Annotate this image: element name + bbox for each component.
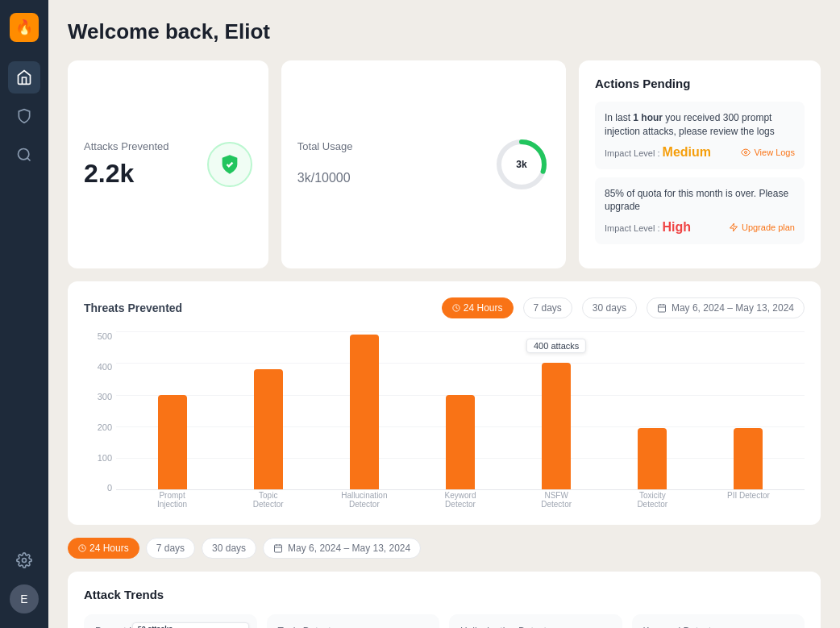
total-usage-info: Total Usage 3k/10000 [297, 140, 353, 189]
bar-prompt-injection [124, 331, 220, 489]
bar-toxicity-detector [605, 331, 701, 489]
bar-pii-detector-rect [734, 428, 763, 489]
settings-nav-icon [16, 552, 32, 568]
svg-rect-13 [275, 545, 282, 552]
action-footer-2: Impact Level : High Upgrade plan [605, 220, 795, 235]
trends-date-range-text: May 6, 2024 – May 13, 2024 [288, 543, 410, 554]
bolt-icon [729, 223, 738, 232]
upgrade-plan-link[interactable]: Upgrade plan [729, 223, 795, 232]
svg-marker-6 [730, 223, 737, 231]
bar-pii-detector [701, 331, 796, 489]
calendar-icon-trends [273, 543, 283, 553]
trends-title: Attack Trends [84, 588, 805, 601]
chart-title: Threats Prevented [84, 302, 182, 314]
sidebar: 🔥 E [0, 0, 48, 628]
bar-hallucination-detector-rect [350, 335, 379, 489]
action-item-1: In last 1 hour you received 300 prompt i… [595, 102, 805, 169]
trends-time-30d[interactable]: 30 days [202, 538, 256, 559]
attacks-prevented-info: Attacks Prevented 2.2k [84, 140, 169, 189]
view-logs-link[interactable]: View Logs [741, 148, 795, 157]
impact-medium: Impact Level : Medium [605, 145, 711, 160]
bar-prompt-injection-rect [158, 395, 187, 490]
page-title: Welcome back, Eliot [68, 19, 821, 44]
chart-time-24h[interactable]: 24 Hours [442, 297, 514, 318]
x-label-prompt: PromptInjection [124, 491, 220, 509]
sidebar-item-settings[interactable] [8, 544, 40, 576]
svg-point-5 [745, 151, 747, 153]
bar-hallucination-detector [316, 331, 412, 489]
sidebar-bottom: E [8, 544, 40, 615]
app-logo: 🔥 [10, 13, 39, 42]
y-axis: 500 400 300 200 100 0 [84, 331, 112, 493]
attacks-prevented-value: 2.2k [84, 159, 169, 189]
bar-topic-detector-rect [254, 369, 283, 489]
trends-grid: 50 attacks May 11, 11:00am - May 12, 12:… [84, 614, 805, 628]
svg-point-2 [23, 559, 27, 563]
chart-date-range-text: May 6, 2024 – May 13, 2024 [672, 302, 794, 314]
top-stats-row: Attacks Prevented 2.2k Total Usage 3k/10… [68, 60, 821, 268]
usage-gauge: 3k [493, 136, 550, 193]
calendar-icon [657, 303, 667, 313]
total-usage-value: 3k/10000 [297, 159, 353, 189]
action-footer-1: Impact Level : Medium View Logs [605, 145, 795, 160]
eye-icon [741, 148, 751, 157]
threats-chart-card: Threats Prevented 24 Hours 7 days 30 day… [68, 281, 821, 525]
action-item-2: 85% of quota for this month is over. Ple… [595, 177, 805, 245]
trends-time-24h[interactable]: 24 Hours [68, 538, 139, 559]
bar-toxicity-detector-rect [638, 428, 667, 489]
x-label-toxicity: ToxicityDetector [605, 491, 701, 509]
trend-hallucination-detector: Hallucination Detector 500 [449, 614, 622, 628]
chart-date-range[interactable]: May 6, 2024 – May 13, 2024 [647, 297, 805, 318]
sidebar-item-shield[interactable] [8, 100, 40, 132]
shield-badge [207, 142, 252, 187]
bars-area: 400 attacks [116, 331, 805, 489]
total-usage-label: Total Usage [297, 140, 353, 152]
bar-topic-detector [220, 331, 316, 489]
grid-line-0 [116, 489, 805, 490]
x-label-topic: TopicDetector [220, 491, 316, 509]
prompt-tooltip-box: 50 attacks May 11, 11:00am - May 12, 12:… [132, 622, 249, 628]
shield-check-icon [218, 153, 241, 176]
action-text-1: In last 1 hour you received 300 prompt i… [605, 111, 795, 139]
trend-keyword-detector: Keyword Detector 310 [632, 614, 805, 628]
chart-time-30d[interactable]: 30 days [582, 297, 637, 318]
gauge-label: 3k [516, 159, 526, 170]
x-label-nsfw: NSFWDetector [509, 491, 605, 509]
action-text-2: 85% of quota for this month is over. Ple… [605, 187, 795, 214]
attacks-prevented-label: Attacks Prevented [84, 140, 169, 152]
x-label-pii: PII Detector [701, 491, 796, 509]
bar-chart-area: 500 400 300 200 100 0 [84, 331, 805, 509]
trends-time-7d[interactable]: 7 days [146, 538, 195, 559]
bar-keyword-detector-rect [446, 395, 475, 490]
trend-prompt-injection: 50 attacks May 11, 11:00am - May 12, 12:… [84, 614, 257, 628]
actions-pending-title: Actions Pending [595, 77, 805, 90]
user-avatar: E [10, 584, 39, 613]
clock-icon-chart [452, 304, 460, 312]
home-icon [16, 69, 32, 85]
sidebar-item-user[interactable]: E [8, 583, 40, 615]
sidebar-item-search[interactable] [8, 139, 40, 171]
chart-header: Threats Prevented 24 Hours 7 days 30 day… [84, 297, 805, 318]
nsfw-tooltip: 400 attacks [526, 339, 586, 353]
attack-trends-card: Attack Trends 50 attacks May 11, 11:00am… [68, 572, 821, 628]
x-label-keyword: KeywordDetector [412, 491, 508, 509]
x-axis-labels: PromptInjection TopicDetector Hallucinat… [116, 491, 805, 509]
impact-high: Impact Level : High [605, 220, 691, 235]
bar-nsfw-detector: 400 attacks [509, 331, 605, 489]
sidebar-item-home[interactable] [8, 61, 40, 94]
x-label-hallucination: HallucinationDetector [316, 491, 412, 509]
svg-rect-8 [658, 305, 665, 312]
bar-nsfw-detector-rect: 400 attacks [542, 363, 571, 489]
trends-date-range[interactable]: May 6, 2024 – May 13, 2024 [263, 538, 421, 559]
main-content: Welcome back, Eliot Attacks Prevented 2.… [48, 0, 840, 628]
chart-time-7d[interactable]: 7 days [523, 297, 572, 318]
svg-line-1 [27, 158, 31, 161]
trend-topic-detector: Topic Detector 380 [267, 614, 440, 628]
trends-time-filter: 24 Hours 7 days 30 days May 6, 2024 – Ma… [68, 538, 821, 559]
attacks-prevented-card: Attacks Prevented 2.2k [68, 60, 268, 268]
clock-icon-trends [78, 544, 86, 552]
actions-pending-card: Actions Pending In last 1 hour you recei… [579, 60, 821, 268]
bar-keyword-detector [412, 331, 508, 489]
total-usage-card: Total Usage 3k/10000 3k [281, 60, 566, 268]
search-nav-icon [16, 147, 32, 163]
